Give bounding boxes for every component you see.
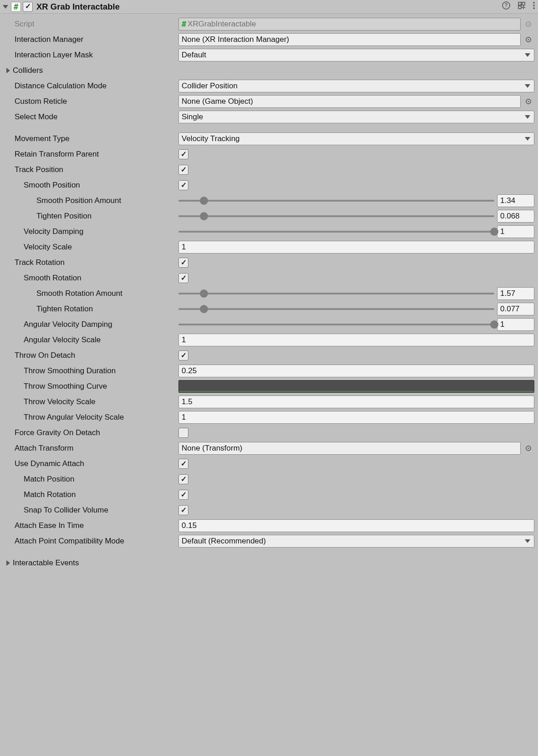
throw-smoothing-duration-input[interactable]: [178, 365, 534, 377]
chevron-down-icon: [525, 84, 530, 88]
retain-transform-parent-label: Retain Transform Parent: [4, 150, 178, 159]
script-type-icon: #: [11, 2, 21, 12]
match-position-label: Match Position: [4, 475, 178, 484]
retain-transform-parent-checkbox[interactable]: [178, 149, 188, 159]
use-dynamic-attach-label: Use Dynamic Attach: [4, 459, 178, 468]
throw-on-detach-checkbox[interactable]: [178, 350, 188, 360]
velocity-damping-label: Velocity Damping: [4, 227, 178, 236]
velocity-damping-value[interactable]: 1: [497, 225, 534, 238]
script-value: XRGrabInteractable: [188, 20, 256, 29]
track-rotation-label: Track Rotation: [4, 258, 178, 267]
svg-text:?: ?: [504, 2, 508, 9]
smooth-position-amount-value[interactable]: 1.34: [497, 194, 534, 207]
script-label: Script: [4, 20, 178, 29]
throw-angular-velocity-scale-label: Throw Angular Velocity Scale: [4, 413, 178, 422]
colliders-foldout[interactable]: Colliders: [4, 66, 178, 75]
interaction-manager-label: Interaction Manager: [4, 35, 178, 44]
chevron-down-icon: [525, 53, 530, 57]
script-hash-icon: #: [182, 20, 186, 29]
throw-angular-velocity-scale-input[interactable]: [178, 411, 534, 424]
custom-reticle-picker-icon[interactable]: [523, 98, 534, 105]
match-rotation-label: Match Rotation: [4, 490, 178, 499]
throw-velocity-scale-input[interactable]: [178, 396, 534, 408]
throw-smoothing-duration-label: Throw Smoothing Duration: [4, 366, 178, 375]
smooth-rotation-checkbox[interactable]: [178, 273, 188, 283]
attach-ease-in-time-input[interactable]: [178, 519, 534, 532]
foldout-arrow-icon: [6, 560, 10, 566]
tighten-rotation-slider[interactable]: [178, 304, 494, 314]
tighten-position-slider[interactable]: [178, 212, 494, 221]
svg-point-15: [528, 101, 529, 102]
svg-point-8: [533, 5, 535, 6]
interaction-layer-mask-label: Interaction Layer Mask: [4, 51, 178, 60]
attach-ease-in-time-label: Attach Ease In Time: [4, 521, 178, 530]
track-rotation-checkbox[interactable]: [178, 258, 188, 268]
track-position-label: Track Position: [4, 165, 178, 174]
velocity-scale-label: Velocity Scale: [4, 243, 178, 252]
attach-transform-picker-icon[interactable]: [523, 445, 534, 452]
foldout-arrow-icon: [6, 68, 10, 73]
angular-velocity-damping-value[interactable]: 1: [497, 318, 534, 331]
smooth-position-label: Smooth Position: [4, 181, 178, 190]
component-title: XR Grab Interactable: [36, 2, 502, 12]
custom-reticle-field[interactable]: None (Game Object): [178, 95, 521, 108]
track-position-checkbox[interactable]: [178, 165, 188, 175]
force-gravity-on-detach-checkbox[interactable]: [178, 428, 188, 438]
svg-point-17: [528, 448, 529, 449]
attach-point-compat-dropdown[interactable]: Default (Recommended): [178, 535, 534, 548]
svg-rect-2: [518, 2, 521, 5]
interaction-manager-value: None (XR Interaction Manager): [182, 35, 289, 44]
interaction-manager-field[interactable]: None (XR Interaction Manager): [178, 33, 521, 46]
smooth-rotation-amount-value[interactable]: 1.57: [497, 287, 534, 300]
angular-velocity-damping-label: Angular Velocity Damping: [4, 320, 178, 329]
help-icon[interactable]: ?: [502, 1, 511, 12]
smooth-position-amount-label: Smooth Position Amount: [4, 196, 178, 205]
angular-velocity-scale-input[interactable]: [178, 334, 534, 346]
tighten-position-value[interactable]: 0.068: [497, 210, 534, 223]
svg-point-9: [533, 7, 535, 9]
velocity-damping-slider[interactable]: [178, 227, 494, 236]
use-dynamic-attach-checkbox[interactable]: [178, 459, 188, 469]
context-menu-icon[interactable]: [533, 1, 535, 12]
inspector-component: # XR Grab Interactable ? Script # XRGrab…: [0, 0, 538, 575]
angular-velocity-scale-label: Angular Velocity Scale: [4, 335, 178, 345]
force-gravity-on-detach-label: Force Gravity On Detach: [4, 428, 178, 437]
angular-velocity-damping-slider[interactable]: [178, 320, 494, 329]
svg-point-13: [528, 39, 529, 41]
svg-point-7: [533, 2, 535, 4]
select-mode-label: Select Mode: [4, 112, 178, 122]
collapse-toggle-icon[interactable]: [3, 5, 8, 9]
interaction-layer-mask-dropdown[interactable]: Default: [178, 49, 534, 61]
enable-component-checkbox[interactable]: [23, 2, 33, 12]
snap-to-collider-volume-checkbox[interactable]: [178, 505, 188, 515]
component-header[interactable]: # XR Grab Interactable ?: [0, 0, 538, 14]
interaction-manager-picker-icon[interactable]: [523, 36, 534, 43]
movement-type-dropdown[interactable]: Velocity Tracking: [178, 132, 534, 145]
velocity-scale-input[interactable]: [178, 241, 534, 254]
smooth-rotation-amount-label: Smooth Rotation Amount: [4, 289, 178, 298]
smooth-rotation-label: Smooth Rotation: [4, 274, 178, 283]
custom-reticle-label: Custom Reticle: [4, 97, 178, 106]
preset-icon[interactable]: [517, 1, 526, 12]
svg-point-11: [528, 24, 529, 25]
match-rotation-checkbox[interactable]: [178, 490, 188, 500]
smooth-position-checkbox[interactable]: [178, 180, 188, 190]
match-position-checkbox[interactable]: [178, 474, 188, 484]
tighten-rotation-value[interactable]: 0.077: [497, 303, 534, 315]
attach-transform-field[interactable]: None (Transform): [178, 442, 521, 455]
svg-rect-4: [518, 6, 521, 9]
tighten-rotation-label: Tighten Rotation: [4, 304, 178, 314]
throw-smoothing-curve-label: Throw Smoothing Curve: [4, 382, 178, 391]
throw-velocity-scale-label: Throw Velocity Scale: [4, 397, 178, 406]
smooth-rotation-amount-slider[interactable]: [178, 289, 494, 298]
chevron-down-icon: [525, 137, 530, 141]
distance-calc-mode-dropdown[interactable]: Collider Position: [178, 80, 534, 92]
select-mode-dropdown[interactable]: Single: [178, 111, 534, 123]
interactable-events-foldout[interactable]: Interactable Events: [4, 558, 178, 568]
throw-smoothing-curve-field[interactable]: [178, 380, 534, 393]
script-picker-icon: [523, 20, 534, 28]
attach-point-compat-label: Attach Point Compatibility Mode: [4, 537, 178, 546]
svg-rect-3: [522, 2, 525, 5]
smooth-position-amount-slider[interactable]: [178, 196, 494, 205]
interaction-layer-mask-value: Default: [182, 51, 206, 60]
